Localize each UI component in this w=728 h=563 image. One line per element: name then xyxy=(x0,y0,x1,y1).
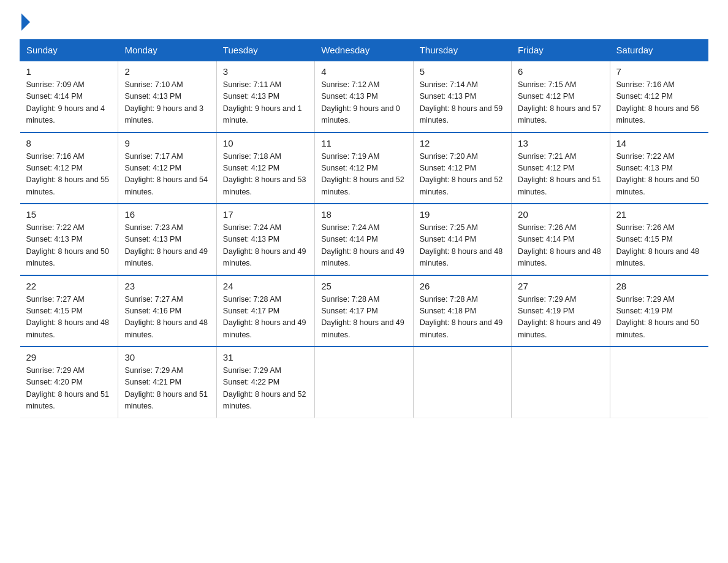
calendar-cell xyxy=(512,347,610,418)
page-header xyxy=(20,15,708,28)
calendar-cell: 21 Sunrise: 7:26 AMSunset: 4:15 PMDaylig… xyxy=(610,204,708,275)
day-info: Sunrise: 7:17 AMSunset: 4:12 PMDaylight:… xyxy=(124,151,210,199)
day-info: Sunrise: 7:27 AMSunset: 4:16 PMDaylight:… xyxy=(124,294,210,342)
day-number: 19 xyxy=(420,209,505,220)
day-info: Sunrise: 7:29 AMSunset: 4:21 PMDaylight:… xyxy=(124,365,210,413)
calendar-cell: 6 Sunrise: 7:15 AMSunset: 4:12 PMDayligh… xyxy=(512,61,610,132)
day-info: Sunrise: 7:22 AMSunset: 4:13 PMDaylight:… xyxy=(616,151,702,199)
day-number: 31 xyxy=(223,352,308,362)
day-info: Sunrise: 7:26 AMSunset: 4:14 PMDaylight:… xyxy=(518,222,603,270)
day-number: 21 xyxy=(616,209,702,220)
day-info: Sunrise: 7:23 AMSunset: 4:13 PMDaylight:… xyxy=(124,222,210,270)
weekday-header-sunday: Sunday xyxy=(20,40,118,61)
day-info: Sunrise: 7:14 AMSunset: 4:13 PMDaylight:… xyxy=(420,79,505,127)
day-number: 22 xyxy=(26,281,112,291)
calendar-cell: 19 Sunrise: 7:25 AMSunset: 4:14 PMDaylig… xyxy=(413,204,511,275)
day-info: Sunrise: 7:16 AMSunset: 4:12 PMDaylight:… xyxy=(26,151,112,199)
calendar-cell: 30 Sunrise: 7:29 AMSunset: 4:21 PMDaylig… xyxy=(118,347,216,418)
day-number: 5 xyxy=(420,66,505,77)
calendar-cell: 7 Sunrise: 7:16 AMSunset: 4:12 PMDayligh… xyxy=(610,61,708,132)
calendar-cell: 2 Sunrise: 7:10 AMSunset: 4:13 PMDayligh… xyxy=(118,61,216,132)
day-info: Sunrise: 7:12 AMSunset: 4:13 PMDaylight:… xyxy=(321,79,406,127)
calendar-week-row: 8 Sunrise: 7:16 AMSunset: 4:12 PMDayligh… xyxy=(20,132,708,204)
day-number: 28 xyxy=(616,281,702,291)
calendar-cell: 16 Sunrise: 7:23 AMSunset: 4:13 PMDaylig… xyxy=(118,204,216,275)
day-info: Sunrise: 7:29 AMSunset: 4:20 PMDaylight:… xyxy=(26,365,112,413)
day-info: Sunrise: 7:11 AMSunset: 4:13 PMDaylight:… xyxy=(223,79,308,127)
day-number: 18 xyxy=(321,209,406,220)
day-number: 11 xyxy=(321,138,406,148)
calendar-cell: 8 Sunrise: 7:16 AMSunset: 4:12 PMDayligh… xyxy=(20,132,118,204)
calendar-cell: 5 Sunrise: 7:14 AMSunset: 4:13 PMDayligh… xyxy=(413,61,511,132)
day-number: 3 xyxy=(223,66,308,77)
day-info: Sunrise: 7:09 AMSunset: 4:14 PMDaylight:… xyxy=(26,79,112,127)
day-info: Sunrise: 7:29 AMSunset: 4:19 PMDaylight:… xyxy=(518,294,603,342)
calendar-cell: 26 Sunrise: 7:28 AMSunset: 4:18 PMDaylig… xyxy=(413,275,511,347)
calendar-cell: 17 Sunrise: 7:24 AMSunset: 4:13 PMDaylig… xyxy=(216,204,314,275)
calendar-cell: 1 Sunrise: 7:09 AMSunset: 4:14 PMDayligh… xyxy=(20,61,118,132)
weekday-header-friday: Friday xyxy=(512,40,610,61)
day-info: Sunrise: 7:15 AMSunset: 4:12 PMDaylight:… xyxy=(518,79,603,127)
day-info: Sunrise: 7:10 AMSunset: 4:13 PMDaylight:… xyxy=(124,79,210,127)
day-number: 29 xyxy=(26,352,112,362)
calendar-cell: 28 Sunrise: 7:29 AMSunset: 4:19 PMDaylig… xyxy=(610,275,708,347)
weekday-header-thursday: Thursday xyxy=(413,40,511,61)
day-info: Sunrise: 7:29 AMSunset: 4:22 PMDaylight:… xyxy=(223,365,308,413)
day-info: Sunrise: 7:25 AMSunset: 4:14 PMDaylight:… xyxy=(420,222,505,270)
day-number: 7 xyxy=(616,66,702,77)
day-number: 9 xyxy=(124,138,210,148)
logo xyxy=(20,15,30,28)
day-number: 25 xyxy=(321,281,406,291)
calendar-cell xyxy=(315,347,413,418)
day-number: 17 xyxy=(223,209,308,220)
day-number: 2 xyxy=(124,66,210,77)
day-info: Sunrise: 7:19 AMSunset: 4:12 PMDaylight:… xyxy=(321,151,406,199)
day-info: Sunrise: 7:22 AMSunset: 4:13 PMDaylight:… xyxy=(26,222,112,270)
calendar-cell xyxy=(610,347,708,418)
day-number: 8 xyxy=(26,138,112,148)
day-info: Sunrise: 7:28 AMSunset: 4:17 PMDaylight:… xyxy=(321,294,406,342)
calendar-cell: 27 Sunrise: 7:29 AMSunset: 4:19 PMDaylig… xyxy=(512,275,610,347)
calendar-cell: 4 Sunrise: 7:12 AMSunset: 4:13 PMDayligh… xyxy=(315,61,413,132)
weekday-header-saturday: Saturday xyxy=(610,40,708,61)
weekday-header-wednesday: Wednesday xyxy=(315,40,413,61)
day-number: 20 xyxy=(518,209,603,220)
calendar-cell: 23 Sunrise: 7:27 AMSunset: 4:16 PMDaylig… xyxy=(118,275,216,347)
calendar-cell: 9 Sunrise: 7:17 AMSunset: 4:12 PMDayligh… xyxy=(118,132,216,204)
weekday-header-monday: Monday xyxy=(118,40,216,61)
calendar-cell: 24 Sunrise: 7:28 AMSunset: 4:17 PMDaylig… xyxy=(216,275,314,347)
day-number: 13 xyxy=(518,138,603,148)
day-number: 4 xyxy=(321,66,406,77)
calendar-cell: 18 Sunrise: 7:24 AMSunset: 4:14 PMDaylig… xyxy=(315,204,413,275)
day-number: 16 xyxy=(124,209,210,220)
calendar-cell: 29 Sunrise: 7:29 AMSunset: 4:20 PMDaylig… xyxy=(20,347,118,418)
calendar-cell: 11 Sunrise: 7:19 AMSunset: 4:12 PMDaylig… xyxy=(315,132,413,204)
calendar-cell xyxy=(413,347,511,418)
day-info: Sunrise: 7:18 AMSunset: 4:12 PMDaylight:… xyxy=(223,151,308,199)
logo-arrow-icon xyxy=(21,13,30,31)
weekday-header-row: SundayMondayTuesdayWednesdayThursdayFrid… xyxy=(20,40,708,61)
day-info: Sunrise: 7:24 AMSunset: 4:13 PMDaylight:… xyxy=(223,222,308,270)
day-info: Sunrise: 7:21 AMSunset: 4:12 PMDaylight:… xyxy=(518,151,603,199)
day-number: 10 xyxy=(223,138,308,148)
day-number: 15 xyxy=(26,209,112,220)
calendar-cell: 3 Sunrise: 7:11 AMSunset: 4:13 PMDayligh… xyxy=(216,61,314,132)
day-info: Sunrise: 7:28 AMSunset: 4:17 PMDaylight:… xyxy=(223,294,308,342)
day-number: 30 xyxy=(124,352,210,362)
day-number: 1 xyxy=(26,66,112,77)
weekday-header-tuesday: Tuesday xyxy=(216,40,314,61)
day-info: Sunrise: 7:20 AMSunset: 4:12 PMDaylight:… xyxy=(420,151,505,199)
calendar-week-row: 29 Sunrise: 7:29 AMSunset: 4:20 PMDaylig… xyxy=(20,347,708,418)
calendar-week-row: 1 Sunrise: 7:09 AMSunset: 4:14 PMDayligh… xyxy=(20,61,708,132)
calendar-cell: 15 Sunrise: 7:22 AMSunset: 4:13 PMDaylig… xyxy=(20,204,118,275)
day-number: 6 xyxy=(518,66,603,77)
calendar-cell: 13 Sunrise: 7:21 AMSunset: 4:12 PMDaylig… xyxy=(512,132,610,204)
day-number: 24 xyxy=(223,281,308,291)
calendar-week-row: 22 Sunrise: 7:27 AMSunset: 4:15 PMDaylig… xyxy=(20,275,708,347)
day-number: 27 xyxy=(518,281,603,291)
day-info: Sunrise: 7:26 AMSunset: 4:15 PMDaylight:… xyxy=(616,222,702,270)
day-number: 23 xyxy=(124,281,210,291)
calendar-week-row: 15 Sunrise: 7:22 AMSunset: 4:13 PMDaylig… xyxy=(20,204,708,275)
day-info: Sunrise: 7:29 AMSunset: 4:19 PMDaylight:… xyxy=(616,294,702,342)
calendar-cell: 14 Sunrise: 7:22 AMSunset: 4:13 PMDaylig… xyxy=(610,132,708,204)
